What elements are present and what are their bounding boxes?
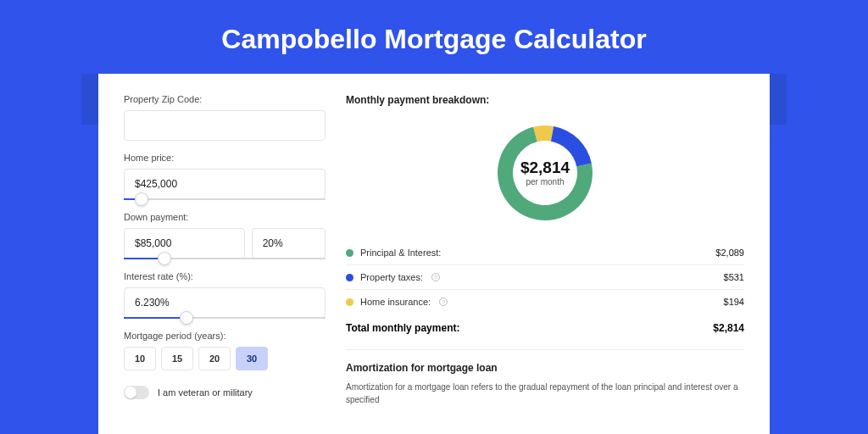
- interest-rate-slider-thumb[interactable]: [180, 311, 193, 325]
- total-row: Total monthly payment: $2,814: [346, 314, 744, 349]
- legend-row-1: Property taxes:?$531: [346, 265, 744, 290]
- veteran-label: I am veteran or military: [158, 387, 253, 398]
- breakdown-heading: Monthly payment breakdown:: [346, 94, 744, 106]
- donut-value: $2,814: [520, 159, 570, 177]
- separator: [346, 349, 744, 350]
- legend-left: Principal & Interest:: [346, 248, 441, 258]
- period-option-10[interactable]: 10: [124, 347, 156, 370]
- period-group: Mortgage period (years): 10152030: [124, 331, 326, 370]
- zip-input[interactable]: [124, 110, 326, 141]
- interest-rate-group: Interest rate (%):: [124, 271, 326, 319]
- period-options: 10152030: [124, 347, 326, 370]
- legend-dot-icon: [346, 249, 353, 257]
- legend-list: Principal & Interest:$2,089Property taxe…: [346, 241, 744, 314]
- donut-center: $2,814 per month: [520, 159, 570, 186]
- period-label: Mortgage period (years):: [124, 331, 326, 341]
- legend-label: Property taxes:: [360, 272, 423, 282]
- donut-sub: per month: [520, 177, 570, 186]
- info-icon[interactable]: ?: [431, 273, 440, 281]
- legend-left: Property taxes:?: [346, 272, 440, 282]
- home-price-slider[interactable]: [124, 198, 326, 200]
- veteran-row: I am veteran or military: [124, 386, 326, 399]
- down-payment-amount-input[interactable]: [124, 228, 245, 259]
- calculator-card: Property Zip Code: Home price: Down paym…: [98, 74, 770, 434]
- legend-value: $531: [724, 272, 744, 282]
- donut-chart: $2,814 per month: [346, 111, 744, 234]
- info-icon[interactable]: ?: [439, 298, 448, 306]
- veteran-toggle-knob: [125, 387, 136, 398]
- down-payment-slider[interactable]: [124, 258, 326, 259]
- down-payment-slider-thumb[interactable]: [158, 252, 171, 265]
- down-payment-label: Down payment:: [124, 212, 326, 222]
- legend-value: $2,089: [715, 248, 744, 258]
- zip-label: Property Zip Code:: [124, 94, 326, 104]
- veteran-toggle[interactable]: [124, 386, 149, 399]
- legend-dot-icon: [346, 298, 353, 306]
- page-title: Campobello Mortgage Calculator: [0, 0, 868, 74]
- legend-value: $194: [724, 297, 744, 307]
- amortization-heading: Amortization for mortgage loan: [346, 362, 744, 374]
- interest-rate-slider-fill: [124, 317, 186, 319]
- legend-label: Home insurance:: [360, 297, 431, 307]
- home-price-input[interactable]: [124, 169, 326, 199]
- period-option-15[interactable]: 15: [161, 347, 193, 370]
- down-payment-group: Down payment:: [124, 212, 326, 259]
- period-option-30[interactable]: 30: [236, 347, 268, 370]
- legend-label: Principal & Interest:: [360, 248, 441, 258]
- breakdown-column: Monthly payment breakdown: $2,814 per mo…: [346, 94, 744, 434]
- form-column: Property Zip Code: Home price: Down paym…: [124, 94, 326, 434]
- interest-rate-label: Interest rate (%):: [124, 271, 326, 281]
- home-price-group: Home price:: [124, 153, 326, 200]
- interest-rate-slider[interactable]: [124, 317, 326, 319]
- interest-rate-input[interactable]: [124, 287, 326, 318]
- zip-group: Property Zip Code:: [124, 94, 326, 141]
- home-price-slider-thumb[interactable]: [135, 192, 148, 206]
- amortization-text: Amortization for a mortgage loan refers …: [346, 381, 744, 406]
- total-label: Total monthly payment:: [346, 322, 459, 334]
- legend-dot-icon: [346, 274, 353, 281]
- home-price-label: Home price:: [124, 153, 326, 163]
- legend-row-2: Home insurance:?$194: [346, 290, 744, 314]
- legend-left: Home insurance:?: [346, 297, 448, 307]
- total-value: $2,814: [713, 322, 744, 334]
- legend-row-0: Principal & Interest:$2,089: [346, 241, 744, 265]
- down-payment-percent-input[interactable]: [252, 228, 326, 259]
- period-option-20[interactable]: 20: [198, 347, 231, 370]
